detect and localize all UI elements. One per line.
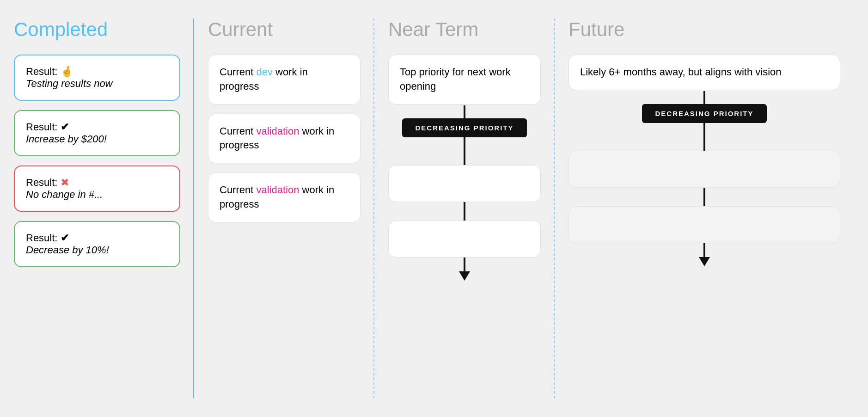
- result-icon-1: 🤞: [61, 66, 73, 77]
- near-term-mid-card: [388, 165, 541, 202]
- future-line-3: [703, 188, 705, 206]
- future-line-4: [703, 243, 705, 257]
- result-label-2: Result: ✔: [26, 121, 69, 133]
- future-mid-card: [568, 151, 840, 188]
- future-decreasing-label: DECREASING PRIORITY: [642, 104, 766, 123]
- future-line-1: [703, 91, 705, 104]
- current-card-3-highlight: validation: [256, 184, 299, 196]
- completed-card-1: Result: 🤞 Testing results now: [14, 55, 180, 101]
- near-term-line-2: [464, 137, 465, 165]
- current-card-1-highlight: dev: [256, 66, 272, 78]
- current-card-3: Current validation work in progress: [208, 172, 361, 222]
- near-term-column: Near Term Top priority for next work ope…: [374, 18, 555, 399]
- result-icon-3: ✖: [61, 177, 69, 188]
- result-label-3: Result: ✖: [26, 177, 69, 188]
- near-term-line-3: [464, 202, 465, 221]
- result-desc-2: Increase by $200!: [26, 133, 107, 145]
- result-label-1: Result: 🤞: [26, 66, 73, 77]
- completed-column: Completed Result: 🤞 Testing results now …: [14, 18, 194, 399]
- near-term-title: Near Term: [388, 18, 541, 41]
- result-desc-4: Decrease by 10%!: [26, 244, 109, 256]
- near-term-decreasing-label: DECREASING PRIORITY: [402, 118, 526, 137]
- current-card-2-highlight: validation: [256, 125, 299, 137]
- future-top-card: Likely 6+ months away, but aligns with v…: [568, 55, 840, 90]
- current-title: Current: [208, 18, 361, 41]
- completed-title: Completed: [14, 18, 180, 41]
- current-card-1: Current dev work in progress: [208, 55, 361, 104]
- future-column: Future Likely 6+ months away, but aligns…: [555, 18, 854, 399]
- page-container: Completed Result: 🤞 Testing results now …: [0, 0, 868, 417]
- completed-card-2-content: Result: ✔ Increase by $200!: [26, 121, 168, 145]
- current-column: Current Current dev work in progress Cur…: [194, 18, 374, 399]
- near-term-arrowhead: [459, 271, 470, 281]
- future-bottom-card: [568, 206, 840, 243]
- near-term-bottom-card: [388, 221, 541, 258]
- future-bottom-card-container: [568, 206, 840, 243]
- future-top-card-text: Likely 6+ months away, but aligns with v…: [580, 66, 782, 78]
- result-icon-4: ✔: [61, 232, 69, 244]
- completed-card-2: Result: ✔ Increase by $200!: [14, 110, 180, 156]
- result-desc-1: Testing results now: [26, 78, 113, 89]
- near-term-mid-card-container: [388, 165, 541, 202]
- future-mid-card-container: [568, 151, 840, 188]
- result-icon-2: ✔: [61, 121, 69, 133]
- completed-card-4: Result: ✔ Decrease by 10%!: [14, 221, 180, 267]
- future-title: Future: [568, 18, 840, 41]
- completed-card-4-content: Result: ✔ Decrease by 10%!: [26, 232, 168, 256]
- near-term-line-1: [464, 105, 465, 118]
- future-arrowhead: [699, 257, 710, 266]
- near-term-bottom-card-container: [388, 221, 541, 258]
- result-label-4: Result: ✔: [26, 232, 69, 244]
- near-term-top-card-text: Top priority for next work opening: [400, 66, 511, 92]
- near-term-arrow-section: DECREASING PRIORITY: [388, 105, 541, 281]
- current-card-2-before: Current: [220, 125, 256, 137]
- result-desc-3: No change in #...: [26, 189, 103, 200]
- completed-card-3: Result: ✖ No change in #...: [14, 166, 180, 212]
- current-card-3-before: Current: [220, 184, 256, 196]
- completed-card-3-content: Result: ✖ No change in #...: [26, 177, 168, 201]
- current-card-2: Current validation work in progress: [208, 114, 361, 164]
- near-term-top-card: Top priority for next work opening: [388, 55, 541, 104]
- current-card-1-before: Current: [220, 66, 256, 78]
- future-line-2: [703, 123, 705, 151]
- completed-card-1-content: Result: 🤞 Testing results now: [26, 66, 168, 90]
- near-term-line-4: [464, 258, 465, 271]
- future-arrow-section: DECREASING PRIORITY: [568, 91, 840, 266]
